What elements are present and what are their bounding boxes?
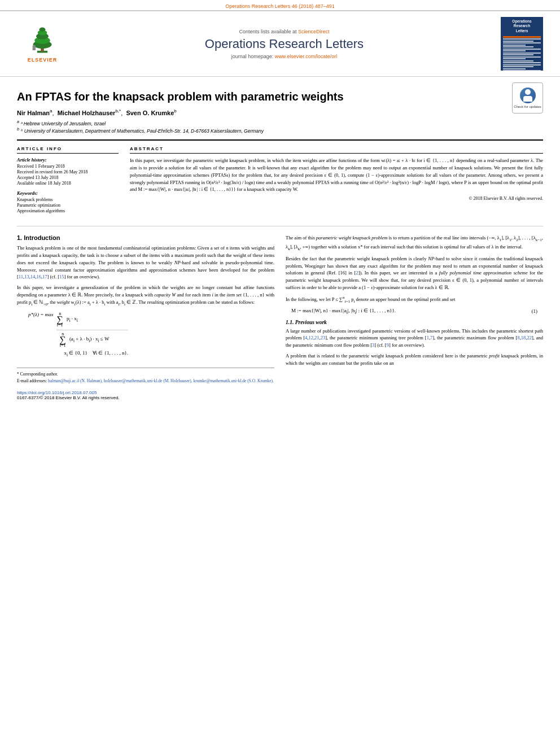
journal-cover-image: OperationsResearchLetters bbox=[501, 17, 543, 71]
cover-journal-title: OperationsResearchLetters bbox=[512, 19, 531, 33]
copyright: © 2018 Elsevier B.V. All rights reserved… bbox=[130, 195, 543, 202]
prev-work-heading: 1.1. Previous work bbox=[286, 320, 543, 325]
right-body-column: The aim of this parametric weight knapsa… bbox=[286, 234, 543, 400]
cite-4[interactable]: 4 bbox=[305, 335, 307, 340]
issn-text: 0167-6377/© 2018 Elsevier B.V. All right… bbox=[17, 395, 274, 400]
affiliations: a ᵃ Hebrew University of Jerusalem, Isra… bbox=[17, 120, 543, 134]
intro-heading: 1. Introduction bbox=[17, 234, 274, 241]
right-para-2: Besides the fact that the parametric wei… bbox=[286, 255, 543, 291]
cite-21[interactable]: 21 bbox=[314, 335, 320, 340]
abstract-column: ABSTRACT In this paper, we investigate t… bbox=[130, 146, 543, 218]
citation-text: Operations Research Letters 46 (2018) 48… bbox=[225, 3, 335, 9]
section-divider bbox=[17, 226, 543, 226]
article-info-label: ARTICLE INFO bbox=[17, 146, 119, 154]
article-info-column: ARTICLE INFO Article history: Received 1… bbox=[17, 146, 119, 218]
available-online: Available online 18 July 2018 bbox=[17, 181, 119, 186]
sciencedirect-link[interactable]: ScienceDirect bbox=[298, 29, 330, 34]
keyword-2: Parametric optimization bbox=[17, 203, 119, 208]
cite-18[interactable]: 18 bbox=[521, 335, 526, 340]
cite-12[interactable]: 12 bbox=[308, 335, 313, 340]
elsevier-label: ELSEVIER bbox=[28, 57, 58, 63]
math-M-equation: M := max{|W|, n} · max{|ai|, |bi| : i ∈ … bbox=[291, 308, 537, 315]
cite-22[interactable]: 22 bbox=[527, 335, 532, 340]
cite-9[interactable]: 9 bbox=[387, 342, 389, 348]
left-body-column: 1. Introduction The knapsack problem is … bbox=[17, 234, 274, 400]
page: Operations Research Letters 46 (2018) 48… bbox=[0, 0, 560, 747]
journal-main-title: Operations Research Letters bbox=[68, 37, 501, 51]
cite-11[interactable]: 11 bbox=[19, 274, 23, 279]
cite-1[interactable]: 1 bbox=[427, 335, 429, 340]
cite-16[interactable]: 16 bbox=[36, 274, 41, 279]
cite-14[interactable]: 14 bbox=[30, 274, 36, 279]
doi-footer: https://doi.org/10.1016/j.orl.2018.07.00… bbox=[17, 390, 274, 400]
doi-link[interactable]: https://doi.org/10.1016/j.orl.2018.07.00… bbox=[17, 390, 97, 395]
footnote-area: * Corresponding author. E-mail addresses… bbox=[17, 368, 274, 385]
cite-8[interactable]: 8 bbox=[517, 335, 519, 340]
cite-13[interactable]: 13 bbox=[24, 274, 29, 279]
author-1: Nir Halman bbox=[17, 110, 50, 116]
revised: Received in revised form 26 May 2018 bbox=[17, 169, 119, 174]
journal-title-area: Contents lists available at ScienceDirec… bbox=[68, 29, 501, 59]
affil-1: a ᵃ Hebrew University of Jerusalem, Isra… bbox=[17, 120, 543, 126]
received-1: Received 1 February 2018 bbox=[17, 164, 119, 169]
keyword-3: Approximation algorithms bbox=[17, 208, 119, 213]
accepted: Accepted 13 July 2018 bbox=[17, 175, 119, 180]
history-title: Article history: bbox=[17, 157, 119, 163]
homepage-link[interactable]: www.elsevier.com/locate/orl bbox=[275, 54, 338, 59]
body-content: 1. Introduction The knapsack problem is … bbox=[17, 234, 543, 400]
email-footnote: E-mail addresses: halman@huji.ac.il (N. … bbox=[17, 378, 274, 385]
elsevier-logo: ELSEVIER bbox=[17, 25, 68, 63]
keyword-1: Knapsack problems bbox=[17, 197, 119, 202]
homepage-line: journal homepage: www.elsevier.com/locat… bbox=[68, 54, 501, 59]
top-citation-bar: Operations Research Letters 46 (2018) 48… bbox=[0, 0, 560, 10]
intro-para-2: In this paper, we investigate a generali… bbox=[17, 284, 274, 307]
elsevier-tree-icon bbox=[25, 25, 59, 56]
prev-work-para-1: A large number of publications investiga… bbox=[286, 327, 543, 349]
math-optimization: p*(λ) = max n ∑ i=1 pi · xi bbox=[28, 312, 263, 359]
affil-2: b ᵇ University of Kaiserslautern, Depart… bbox=[17, 127, 543, 134]
cite-2[interactable]: 2 bbox=[356, 270, 358, 276]
keywords-title: Keywords: bbox=[17, 190, 119, 196]
check-updates-text: Check for updates bbox=[514, 105, 541, 108]
check-updates-badge: Check for updates bbox=[512, 82, 543, 113]
check-updates-icon bbox=[520, 88, 536, 103]
email-label: E-mail addresses: bbox=[17, 378, 47, 383]
content-area: Check for updates An FPTAS for the knaps… bbox=[0, 77, 560, 412]
keywords-section: Keywords: Knapsack problems Parametric o… bbox=[17, 190, 119, 213]
right-para-3: In the following, we let P ≤ ∑ni=1 pi de… bbox=[286, 295, 543, 304]
cite-15[interactable]: 15 bbox=[59, 274, 64, 279]
prev-work-para-2: A problem that is related to the paramet… bbox=[286, 352, 543, 367]
svg-point-6 bbox=[40, 28, 46, 32]
article-history: Article history: Received 1 February 201… bbox=[17, 157, 119, 186]
keywords-list: Knapsack problems Parametric optimizatio… bbox=[17, 197, 119, 213]
cite-7[interactable]: 7 bbox=[430, 335, 432, 340]
cite-17[interactable]: 17 bbox=[42, 274, 47, 279]
intro-para-1: The knapsack problem is one of the most … bbox=[17, 244, 274, 281]
abstract-paragraph: In this paper, we investigate the parame… bbox=[130, 157, 543, 193]
author-2: Michael Holzhauser bbox=[58, 110, 116, 116]
cite-3[interactable]: 3 bbox=[372, 342, 374, 348]
abstract-label: ABSTRACT bbox=[130, 146, 543, 154]
contents-line: Contents lists available at ScienceDirec… bbox=[68, 29, 501, 34]
article-info-abstract: ARTICLE INFO Article history: Received 1… bbox=[17, 139, 543, 218]
article-title: An FPTAS for the knapsack problem with p… bbox=[17, 89, 543, 104]
authors-line: Nir Halmana, Michael Holzhauserb,*, Sven… bbox=[17, 108, 543, 116]
author-3: Sven O. Krumke bbox=[126, 110, 174, 116]
email-links[interactable]: halman@huji.ac.il (N. Halman), holzhause… bbox=[48, 378, 274, 383]
right-para-1: The aim of this parametric weight knapsa… bbox=[286, 234, 543, 252]
corresponding-author: * Corresponding author. bbox=[17, 372, 274, 378]
equation-number-1: (1) bbox=[532, 308, 538, 314]
svg-rect-8 bbox=[33, 47, 36, 50]
cite-23[interactable]: 23 bbox=[321, 335, 326, 340]
abstract-text: In this paper, we investigate the parame… bbox=[130, 157, 543, 202]
journal-header: ELSEVIER Contents lists available at Sci… bbox=[0, 10, 560, 77]
